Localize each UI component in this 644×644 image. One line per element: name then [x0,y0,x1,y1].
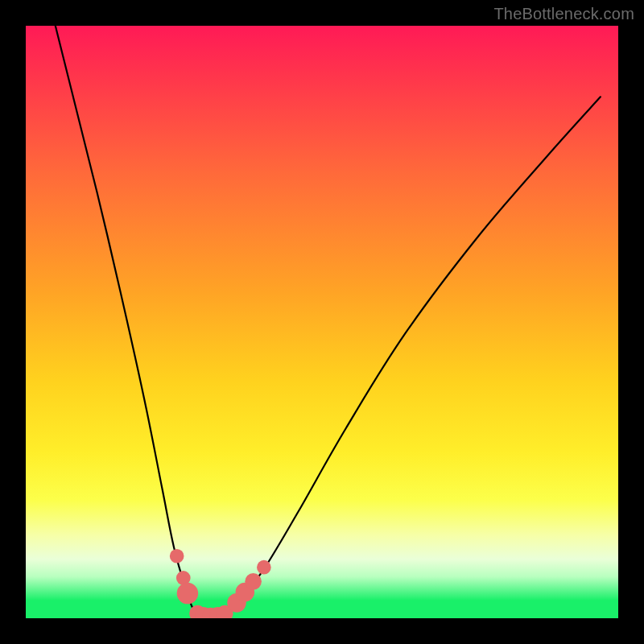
curve-marker [257,560,271,575]
plot-area [26,26,618,618]
curve-marker [170,549,184,564]
curve-marker [177,583,198,604]
curve-marker [245,573,262,590]
watermark-text: TheBottleneck.com [493,5,634,23]
curve-markers [170,549,271,618]
chart-frame: TheBottleneck.com [0,0,644,644]
bottleneck-curve [56,26,601,618]
curve-layer [26,26,618,618]
